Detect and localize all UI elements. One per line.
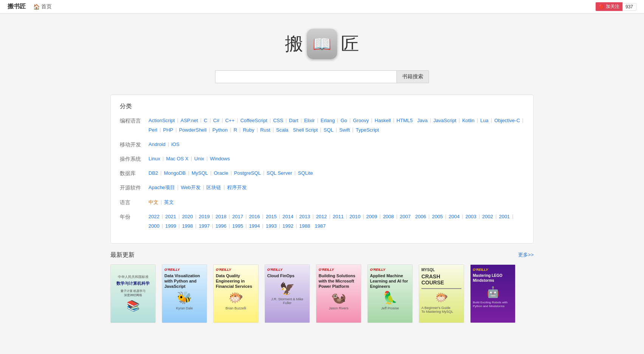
link-r[interactable]: R	[231, 125, 239, 135]
link-1987[interactable]: 1987	[313, 221, 328, 231]
link-1992[interactable]: 1992	[280, 221, 296, 231]
link-1988[interactable]: 1988	[297, 221, 313, 231]
book-card-7[interactable]: MYSQL CRASH COURSE 🐡 A Beginner's GuideT…	[419, 264, 464, 323]
oreilly-badge-4: O'REILLY	[267, 268, 307, 272]
link-mongodb[interactable]: MongoDB	[162, 168, 188, 178]
link-shellscript[interactable]: Shell Script	[291, 125, 320, 135]
link-2005[interactable]: 2005	[430, 212, 445, 221]
link-haskell[interactable]: Haskell	[372, 116, 393, 125]
link-aspnet[interactable]: ASP.net	[178, 116, 200, 125]
link-kotlin[interactable]: Kotlin	[460, 116, 477, 125]
link-postgresql[interactable]: PostgreSQL	[232, 168, 263, 178]
link-sqlserver[interactable]: SQL Server	[265, 168, 294, 178]
link-actionscript[interactable]: ActionScript	[146, 116, 177, 125]
more-link[interactable]: 更多>>	[518, 252, 534, 258]
link-mysql[interactable]: MySQL	[189, 168, 210, 178]
link-2022[interactable]: 2022	[146, 212, 162, 221]
link-1999[interactable]: 1999	[163, 221, 178, 231]
link-c[interactable]: C	[201, 116, 209, 125]
link-javascript[interactable]: JavaScript	[431, 116, 459, 125]
link-2002[interactable]: 2002	[480, 212, 495, 221]
link-macosx[interactable]: Mac OS X	[164, 154, 190, 163]
book-title-5: Building Solutions with the Microsoft Po…	[319, 273, 359, 289]
link-webdev[interactable]: Web开发	[178, 183, 203, 192]
link-linux[interactable]: Linux	[146, 154, 163, 163]
link-2020[interactable]: 2020	[180, 212, 195, 221]
search-input[interactable]	[215, 70, 396, 83]
book-card-3[interactable]: O'REILLY Data Quality Engineering in Fin…	[213, 264, 259, 323]
home-nav[interactable]: 🏠 首页	[33, 3, 52, 10]
link-css[interactable]: CSS	[271, 116, 286, 125]
link-ruby[interactable]: Ruby	[241, 125, 257, 135]
link-perl[interactable]: Perl	[146, 125, 159, 135]
link-1996[interactable]: 1996	[213, 221, 229, 231]
link-go[interactable]: Go	[338, 116, 349, 125]
link-unix[interactable]: Unix	[192, 154, 206, 163]
link-2008[interactable]: 2008	[381, 212, 396, 221]
book-card-6[interactable]: O'REILLY Applied Machine Learning and AI…	[367, 264, 413, 323]
link-2006[interactable]: 2006	[413, 212, 429, 221]
link-2019[interactable]: 2019	[197, 212, 212, 221]
book-title-4: Cloud FinOps	[267, 273, 307, 278]
link-1995[interactable]: 1995	[230, 221, 246, 231]
book-card-5[interactable]: O'REILLY Building Solutions with the Mic…	[316, 264, 361, 323]
link-android[interactable]: Android	[146, 140, 168, 149]
link-1998[interactable]: 1998	[180, 221, 195, 231]
link-erlang[interactable]: Erlang	[318, 116, 337, 125]
link-apache[interactable]: Apache项目	[146, 183, 177, 192]
category-label-language: 语言	[120, 197, 146, 207]
link-english[interactable]: 英文	[162, 197, 176, 207]
link-scala[interactable]: Scala	[274, 125, 291, 135]
link-db2[interactable]: DB2	[146, 168, 160, 178]
link-lua[interactable]: Lua	[478, 116, 491, 125]
link-2013[interactable]: 2013	[297, 212, 313, 221]
link-2003[interactable]: 2003	[463, 212, 479, 221]
link-2017[interactable]: 2017	[230, 212, 246, 221]
link-progdev[interactable]: 程序开发	[225, 183, 249, 192]
link-objc[interactable]: Objective-C	[492, 116, 522, 125]
link-rust[interactable]: Rust	[258, 125, 272, 135]
link-dart[interactable]: Dart	[287, 116, 301, 125]
link-2015[interactable]: 2015	[263, 212, 279, 221]
link-2012[interactable]: 2012	[314, 212, 329, 221]
link-ios[interactable]: iOS	[169, 140, 182, 149]
link-2010[interactable]: 2010	[347, 212, 363, 221]
link-java[interactable]: Java	[415, 116, 430, 125]
link-2009[interactable]: 2009	[364, 212, 379, 221]
link-python[interactable]: Python	[210, 125, 230, 135]
link-swift[interactable]: Swift	[337, 125, 352, 135]
link-oracle[interactable]: Oracle	[212, 168, 231, 178]
link-2018[interactable]: 2018	[213, 212, 229, 221]
link-chinese[interactable]: 中文	[146, 197, 161, 207]
link-csharp[interactable]: C#	[211, 116, 222, 125]
link-1993[interactable]: 1993	[263, 221, 279, 231]
link-2011[interactable]: 2011	[330, 212, 346, 221]
link-2016[interactable]: 2016	[247, 212, 262, 221]
link-powdershell[interactable]: PowderShell	[177, 125, 209, 135]
link-cpp[interactable]: C++	[223, 116, 237, 125]
link-blockchain[interactable]: 区块链	[204, 183, 223, 192]
link-2000[interactable]: 2000	[146, 221, 162, 231]
link-2014[interactable]: 2014	[280, 212, 296, 221]
book-card-2[interactable]: O'REILLY Data Visualization with Python …	[162, 264, 207, 323]
link-typescript[interactable]: TypeScript	[353, 125, 381, 135]
link-2021[interactable]: 2021	[163, 212, 178, 221]
link-windows[interactable]: Windows	[208, 154, 232, 163]
link-coffeescript[interactable]: CoffeeScript	[238, 116, 269, 125]
link-1994[interactable]: 1994	[247, 221, 262, 231]
link-2004[interactable]: 2004	[446, 212, 462, 221]
link-sql[interactable]: SQL	[321, 125, 336, 135]
book-card-1[interactable]: 中华人民共和国标准 数学与计算机科学 量子计算 机器学习深度神经网络 📚	[110, 264, 156, 323]
link-php[interactable]: PHP	[161, 125, 176, 135]
link-sqlite[interactable]: SQLite	[296, 168, 315, 178]
link-2001[interactable]: 2001	[497, 212, 512, 221]
link-elixir[interactable]: Elixir	[302, 116, 317, 125]
link-groovy[interactable]: Groovy	[351, 116, 371, 125]
book-card-4[interactable]: O'REILLY Cloud FinOps 🦅 J.R. Storment & …	[265, 264, 310, 323]
link-html5[interactable]: HTML5	[394, 116, 415, 125]
link-2007[interactable]: 2007	[398, 212, 413, 221]
weibo-follow-button[interactable]: 🔴 加关注	[596, 2, 622, 11]
search-button[interactable]: 书籍搜索	[396, 70, 429, 83]
link-1997[interactable]: 1997	[197, 221, 212, 231]
book-card-8[interactable]: O'REILLY Mastering LEGO Mindstorms 🤖 Bui…	[470, 264, 516, 323]
